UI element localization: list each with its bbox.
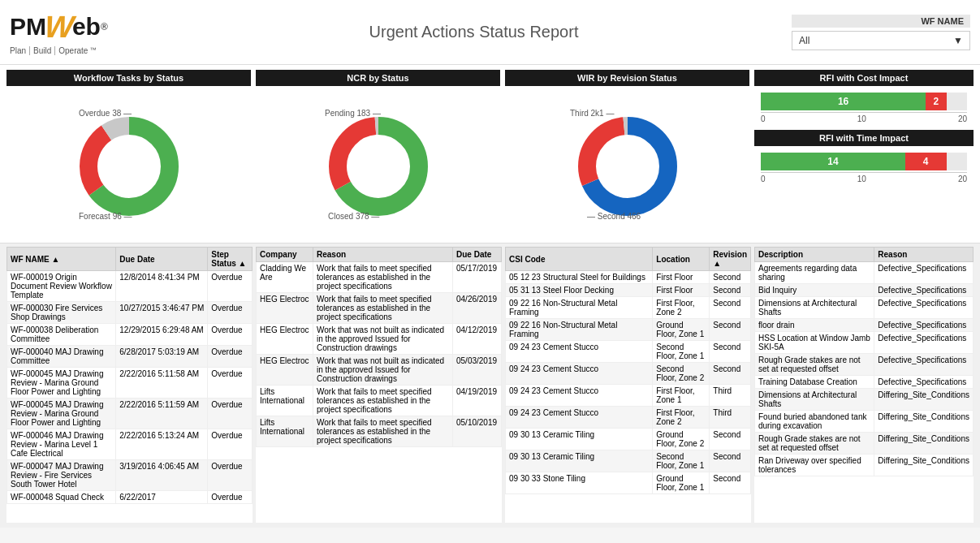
- rfi-cost-red-bar: 2: [926, 93, 946, 110]
- wf-status-cell: Overdue: [208, 302, 253, 324]
- wir-code-cell: 09 24 23 Cement Stucco: [506, 363, 653, 385]
- rfi-time-red-bar: 4: [905, 153, 947, 170]
- wir-code-cell: 09 24 23 Cement Stucco: [506, 385, 653, 407]
- rfi-col-reason: Reason: [874, 248, 974, 262]
- wir-table-panel[interactable]: CSI Code Location Revision ▲ 05 12 23 St…: [505, 247, 751, 523]
- wir-code-cell: 05 12 23 Structural Steel for Buildings: [506, 271, 653, 284]
- rfi-col-desc: Description: [755, 248, 874, 262]
- workflow-chart-panel: Workflow Tasks by Status Overdue 38 — Fo…: [6, 70, 251, 238]
- rfi-cost-content: 16 2 0 10 20: [754, 86, 974, 127]
- wir-revision-cell: Second: [710, 429, 751, 450]
- ncr-date-cell: 04/19/2019: [453, 386, 502, 416]
- tables-row: WF NAME ▲ Due Date Step Status ▲ WF-0000…: [0, 243, 980, 528]
- ncr-date-cell: 05/03/2019: [453, 355, 502, 386]
- rfi-desc-cell: HSS Location at Window Jamb SKI-5A: [755, 332, 874, 354]
- wf-name-cell: WF-000019 Origin Document Review Workflo…: [7, 271, 116, 302]
- chevron-down-icon: ▼: [953, 35, 963, 46]
- wf-status-cell: Overdue: [208, 346, 253, 368]
- wf-name-cell: WF-000047 MAJ Drawing Review - Fire Serv…: [7, 460, 116, 491]
- ncr-table-panel[interactable]: Company Reason Due Date Cladding We Are …: [256, 247, 502, 523]
- rfi-time-panel: RFI with Time Impact 14 4 0 10 20: [754, 130, 974, 187]
- rfi-reason-cell: Defective_Specifications: [874, 297, 974, 319]
- table-row: Training Database Creation Defective_Spe…: [755, 376, 974, 389]
- table-row: Dimensions at Architectural Shafts Diffe…: [755, 389, 974, 411]
- rfi-table-panel[interactable]: Description Reason Agreements regarding …: [754, 247, 974, 523]
- rfi-reason-cell: Differing_Site_Conditions: [874, 455, 974, 476]
- ncr-date-cell: 04/12/2019: [453, 324, 502, 355]
- rfi-time-content: 14 4 0 10 20: [754, 146, 974, 187]
- wf-name-cell: WF-000046 MAJ Drawing Review - Marina Le…: [7, 429, 116, 460]
- table-row: Found buried abandoned tank during excav…: [755, 411, 974, 433]
- filter-area: WF NAME All ▼: [792, 15, 970, 50]
- wir-location-cell: First Floor, Zone 1: [653, 385, 710, 407]
- table-row: Cladding We Are Work that fails to meet …: [257, 262, 502, 293]
- logo-pm-text: PM: [10, 13, 46, 41]
- table-row: 09 30 13 Ceramic Tiling Second Floor, Zo…: [506, 450, 751, 472]
- wf-date-cell: 12/8/2014 8:41:34 PM: [116, 271, 208, 302]
- charts-row: Workflow Tasks by Status Overdue 38 — Fo…: [0, 65, 980, 243]
- workflow-donut: Overdue 38 — Forecast 96 —: [72, 101, 186, 223]
- wir-location-cell: Second Floor, Zone 1: [653, 341, 710, 363]
- wf-col-name: WF NAME ▲: [7, 248, 116, 271]
- wf-date-cell: 2/22/2016 5:13:24 AM: [116, 429, 208, 460]
- wf-name-cell: WF-000048 Squad Check: [7, 491, 116, 504]
- ncr-col-date: Due Date: [453, 248, 502, 262]
- ncr-col-company: Company: [257, 248, 313, 262]
- table-row: HEG Electroc Work that was not built as …: [257, 355, 502, 386]
- ncr-donut: Pending 183 — Closed 378 —: [322, 101, 435, 223]
- wf-name-cell: WF-000045 MAJ Drawing Review - Marina Gr…: [7, 399, 116, 429]
- table-row: HEG Electroc Work that fails to meet spe…: [257, 293, 502, 324]
- rfi-reason-cell: Differing_Site_Conditions: [874, 411, 974, 433]
- wir-location-cell: Ground Floor, Zone 1: [653, 472, 710, 494]
- header: PM W eb ® Plan Build Operate ™ Urgent Ac…: [0, 0, 980, 65]
- wir-code-cell: 09 30 13 Ceramic Tiling: [506, 429, 653, 450]
- ncr-chart-panel: NCR by Status Pending 183 — Closed 378 —: [256, 70, 500, 238]
- ncr-company-cell: Cladding We Are: [257, 262, 313, 293]
- wir-code-cell: 09 30 33 Stone Tiling: [506, 472, 653, 494]
- wir-location-cell: Ground Floor, Zone 1: [653, 319, 710, 341]
- svg-text:— Second 466: — Second 466: [587, 212, 641, 221]
- rfi-reason-cell: Defective_Specifications: [874, 376, 974, 389]
- rfi-reason-cell: Defective_Specifications: [874, 262, 974, 284]
- wf-date-cell: 2/22/2016 5:11:59 AM: [116, 399, 208, 429]
- table-row: Agreements regarding data sharing Defect…: [755, 262, 974, 284]
- wir-chart-header: WIR by Revision Status: [505, 70, 749, 86]
- rfi-reason-cell: Defective_Specifications: [874, 319, 974, 332]
- table-row: Bid Inquiry Defective_Specifications: [755, 284, 974, 297]
- wir-location-cell: Second Floor, Zone 1: [653, 450, 710, 472]
- table-row: WF-000048 Squad Check 6/22/2017 Overdue: [7, 491, 253, 504]
- table-row: 05 12 23 Structural Steel for Buildings …: [506, 271, 751, 284]
- rfi-time-axis: 0 10 20: [761, 172, 967, 183]
- wf-status-cell: Overdue: [208, 399, 253, 429]
- wir-revision-cell: Second: [710, 284, 751, 297]
- rfi-desc-cell: floor drain: [755, 319, 874, 332]
- table-row: WF-000019 Origin Document Review Workflo…: [7, 271, 253, 302]
- wf-table-panel[interactable]: WF NAME ▲ Due Date Step Status ▲ WF-0000…: [6, 247, 253, 523]
- wf-filter-select[interactable]: All ▼: [792, 31, 970, 50]
- table-row: floor drain Defective_Specifications: [755, 319, 974, 332]
- svg-text:Forecast 96 —: Forecast 96 —: [79, 212, 132, 221]
- wir-code-cell: 05 31 13 Steel Floor Decking: [506, 284, 653, 297]
- wir-code-cell: 09 22 16 Non-Structural Metal Framing: [506, 319, 653, 341]
- table-row: 09 30 33 Stone Tiling Ground Floor, Zone…: [506, 472, 751, 494]
- wf-date-cell: 3/19/2016 4:06:45 AM: [116, 460, 208, 491]
- wf-status-cell: Overdue: [208, 491, 253, 504]
- ncr-col-reason: Reason: [313, 248, 453, 262]
- table-row: WF-000040 MAJ Drawing Committee 6/28/201…: [7, 346, 253, 368]
- table-row: 05 31 13 Steel Floor Decking First Floor…: [506, 284, 751, 297]
- wir-code-cell: 09 24 23 Cement Stucco: [506, 407, 653, 429]
- table-row: WF-000038 Deliberation Committee 12/29/2…: [7, 324, 253, 346]
- logo-area: PM W eb ® Plan Build Operate ™: [10, 10, 156, 55]
- rfi-time-empty-bar: [947, 153, 967, 170]
- rfi-desc-cell: Bid Inquiry: [755, 284, 874, 297]
- rfi-time-green-bar: 14: [761, 153, 905, 170]
- rfi-charts-panel: RFI with Cost Impact 16 2 0 10 20 RFI wi…: [754, 70, 974, 238]
- ncr-company-cell: HEG Electroc: [257, 355, 313, 386]
- rfi-cost-empty-bar: [947, 93, 967, 110]
- rfi-desc-cell: Rough Grade stakes are not set at reques…: [755, 433, 874, 455]
- svg-text:Pending 183 —: Pending 183 —: [325, 109, 381, 118]
- ncr-company-cell: Lifts International: [257, 386, 313, 416]
- rfi-reason-cell: Differing_Site_Conditions: [874, 389, 974, 411]
- ncr-company-cell: Lifts International: [257, 416, 313, 447]
- rfi-reason-cell: Defective_Specifications: [874, 332, 974, 354]
